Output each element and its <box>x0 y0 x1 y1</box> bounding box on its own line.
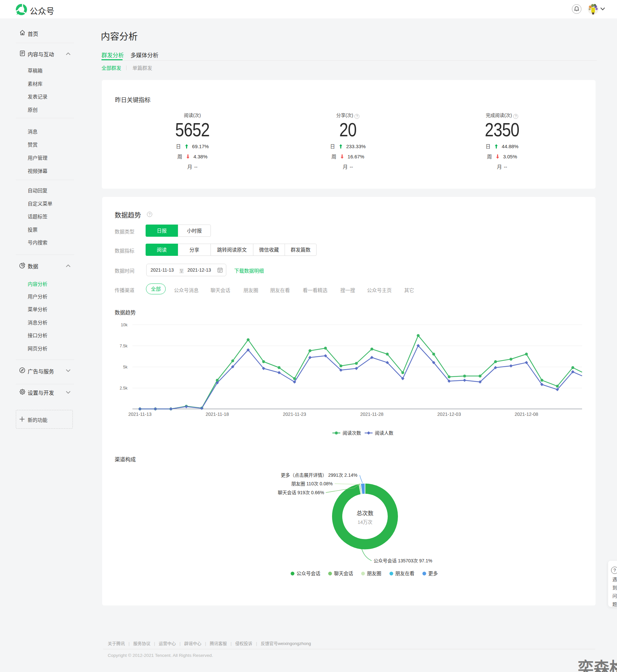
svg-text:更多: 更多 <box>428 571 438 576</box>
svg-text:阅读次数: 阅读次数 <box>343 430 361 435</box>
svg-text:2021-11-13: 2021-11-13 <box>129 411 152 417</box>
svg-text:聊天会话: 聊天会话 <box>334 571 353 576</box>
svg-text:5k: 5k <box>123 365 128 369</box>
svg-text:朋友圈: 朋友圈 <box>367 571 382 576</box>
svg-text:2.5k: 2.5k <box>120 386 128 390</box>
svg-text:2021-11-28: 2021-11-28 <box>360 411 384 417</box>
svg-text:更多（点击展开详情） 2991次 2.14%: 更多（点击展开详情） 2991次 2.14% <box>281 472 358 478</box>
svg-text:14万次: 14万次 <box>358 520 372 525</box>
svg-text:2021-12-03: 2021-12-03 <box>437 411 461 417</box>
svg-text:聊天会话 919次 0.66%: 聊天会话 919次 0.66% <box>278 490 324 495</box>
svg-text:朋友圈 110次 0.08%: 朋友圈 110次 0.08% <box>291 481 333 486</box>
svg-text:公众号会话: 公众号会话 <box>296 571 321 576</box>
svg-text:2021-11-23: 2021-11-23 <box>283 411 306 417</box>
svg-text:10k: 10k <box>121 323 128 327</box>
svg-text:7.5k: 7.5k <box>120 344 128 348</box>
svg-text:总次数: 总次数 <box>357 510 374 517</box>
svg-text:阅读人数: 阅读人数 <box>375 430 393 435</box>
svg-text:2021-12-08: 2021-12-08 <box>515 411 538 417</box>
svg-text:公众号会话 135703次 97.1%: 公众号会话 135703次 97.1% <box>374 558 432 563</box>
svg-text:朋友在看: 朋友在看 <box>395 571 414 576</box>
svg-text:2021-11-18: 2021-11-18 <box>206 411 229 417</box>
